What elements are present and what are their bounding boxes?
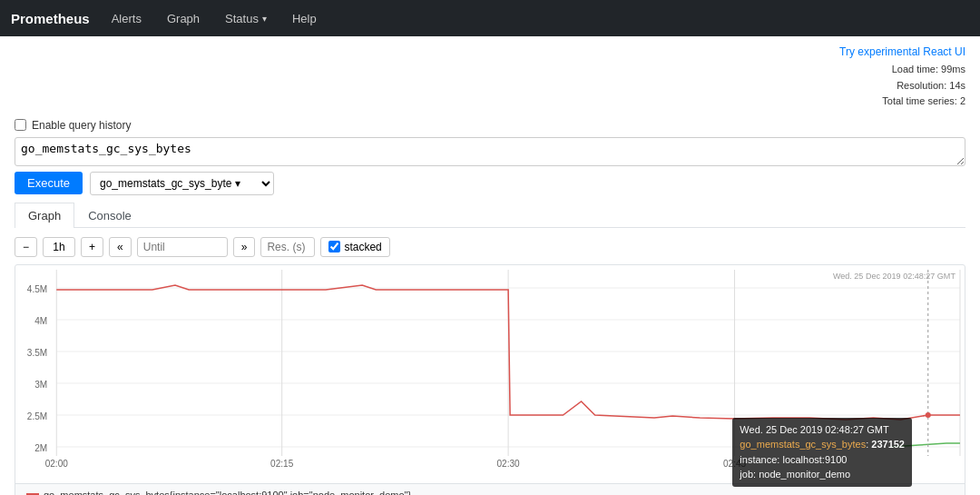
res-input[interactable] xyxy=(260,237,315,257)
page-content: Try experimental React UI Load time: 99m… xyxy=(0,36,980,495)
stacked-checkbox[interactable] xyxy=(328,241,340,252)
svg-text:3M: 3M xyxy=(34,380,47,390)
svg-text:02:15: 02:15 xyxy=(270,459,294,469)
svg-text:2M: 2M xyxy=(34,443,47,453)
svg-text:02:30: 02:30 xyxy=(497,459,521,469)
navbar-status[interactable]: Status ▾ xyxy=(221,12,270,25)
header-right: Try experimental React UI Load time: 99m… xyxy=(839,45,965,115)
total-time-series: Total time series: 2 xyxy=(882,94,965,110)
until-input[interactable] xyxy=(137,237,228,257)
navbar-alerts[interactable]: Alerts xyxy=(108,12,145,25)
tab-graph[interactable]: Graph xyxy=(15,203,74,228)
svg-text:2.5M: 2.5M xyxy=(27,411,47,421)
svg-text:4.5M: 4.5M xyxy=(27,284,47,294)
legend: go_memstats_gc_sys_bytes{instance="local… xyxy=(15,483,965,495)
execute-button[interactable]: Execute xyxy=(15,172,83,194)
svg-point-23 xyxy=(926,412,931,418)
tab-console[interactable]: Console xyxy=(74,203,145,228)
query-input-row: go_memstats_gc_sys_bytes xyxy=(15,137,965,166)
legend-label-0: go_memstats_gc_sys_bytes{instance="local… xyxy=(44,490,411,495)
try-react-link[interactable]: Try experimental React UI xyxy=(839,45,965,58)
execute-row: Execute go_memstats_gc_sys_byte ▾ xyxy=(15,172,965,195)
graph-svg: 4.5M 4M 3.5M 3M 2.5M 2M 02:00 02:15 02:3… xyxy=(15,265,965,483)
stacked-button[interactable]: stacked xyxy=(320,237,389,257)
minus-button[interactable]: − xyxy=(15,237,37,257)
duration-input[interactable] xyxy=(43,237,75,257)
svg-text:02:00: 02:00 xyxy=(45,459,69,469)
back-button[interactable]: « xyxy=(109,237,132,257)
tabs: Graph Console xyxy=(15,203,965,228)
plus-button[interactable]: + xyxy=(81,237,103,257)
graph-controls: − + « » stacked xyxy=(15,237,965,257)
resolution: Resolution: 14s xyxy=(882,78,965,94)
navbar-brand: Prometheus xyxy=(11,11,90,26)
info-panel: Load time: 99ms Resolution: 14s Total ti… xyxy=(882,62,965,110)
graph-container: 4.5M 4M 3.5M 3M 2.5M 2M 02:00 02:15 02:3… xyxy=(15,264,965,495)
query-textarea[interactable]: go_memstats_gc_sys_bytes xyxy=(15,137,965,166)
legend-item-0: go_memstats_gc_sys_bytes{instance="local… xyxy=(26,490,954,495)
navbar: Prometheus Alerts Graph Status ▾ Help xyxy=(0,0,980,36)
svg-text:02:45: 02:45 xyxy=(723,459,747,469)
navbar-help[interactable]: Help xyxy=(289,12,320,25)
query-history-label: Enable query history xyxy=(32,119,131,132)
query-history-row: Enable query history xyxy=(15,119,965,132)
forward-button[interactable]: » xyxy=(233,237,256,257)
stacked-label: stacked xyxy=(344,241,381,253)
load-time: Load time: 99ms xyxy=(882,62,965,78)
query-history-checkbox[interactable] xyxy=(15,119,26,131)
navbar-graph[interactable]: Graph xyxy=(163,12,203,25)
svg-text:Wed. 25 Dec 2019 02:48:27 GMT: Wed. 25 Dec 2019 02:48:27 GMT xyxy=(833,272,956,281)
svg-text:4M: 4M xyxy=(34,316,47,326)
metric-select[interactable]: go_memstats_gc_sys_byte ▾ xyxy=(90,172,274,195)
chevron-down-icon: ▾ xyxy=(262,14,267,24)
svg-text:3.5M: 3.5M xyxy=(27,348,47,358)
